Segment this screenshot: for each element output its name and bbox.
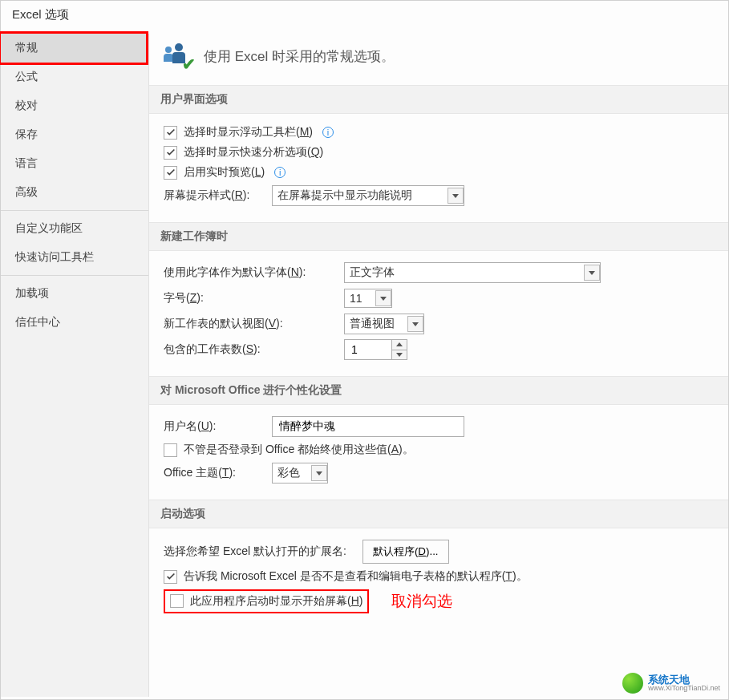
label-default-font: 使用此字体作为默认字体(N):: [164, 265, 344, 280]
dialog-content: 常规 公式 校对 保存 语言 高级 自定义功能区 快速访问工具栏 加载项 信任中…: [1, 34, 728, 697]
input-sheet-count[interactable]: [344, 339, 392, 360]
select-default-view[interactable]: 普通视图: [344, 314, 424, 334]
sidebar: 常规 公式 校对 保存 语言 高级 自定义功能区 快速访问工具栏 加载项 信任中…: [1, 34, 149, 697]
sidebar-item-trust-center[interactable]: 信任中心: [1, 308, 148, 337]
select-font-size[interactable]: 11: [344, 289, 392, 308]
label-quick-analysis: 选择时显示快速分析选项(Q): [184, 145, 323, 160]
people-check-icon: ✔: [164, 42, 192, 71]
checkbox-live-preview[interactable]: [164, 166, 177, 180]
chevron-down-icon: [448, 188, 464, 204]
select-office-theme[interactable]: 彩色: [272, 463, 328, 484]
checkbox-mini-toolbar[interactable]: [164, 126, 177, 140]
spinner-up-button[interactable]: [392, 340, 407, 350]
label-always-use-values: 不管是否登录到 Office 都始终使用这些值(A)。: [184, 443, 414, 457]
input-username[interactable]: [272, 416, 464, 437]
info-icon[interactable]: i: [274, 167, 286, 178]
sidebar-item-proofing[interactable]: 校对: [1, 91, 148, 120]
watermark-logo: 系统天地 www.XiTongTianDi.net: [622, 673, 720, 694]
checkbox-tell-me-default[interactable]: [164, 570, 177, 584]
label-show-start-screen: 此应用程序启动时显示开始屏幕(H): [190, 594, 362, 609]
annotation-outline: 此应用程序启动时显示开始屏幕(H): [164, 589, 369, 613]
label-tell-me-default: 告诉我 Microsoft Excel 是否不是查看和编辑电子表格的默认程序(T…: [184, 569, 528, 584]
checkbox-quick-analysis[interactable]: [164, 146, 177, 160]
sidebar-item-customize-ribbon[interactable]: 自定义功能区: [1, 214, 148, 243]
info-icon[interactable]: i: [322, 127, 334, 138]
section-ui-header: 用户界面选项: [149, 85, 728, 114]
label-sheet-count: 包含的工作表数(S):: [164, 342, 344, 357]
chevron-down-icon: [584, 265, 600, 281]
main-header: ✔ 使用 Excel 时采用的常规选项。: [149, 34, 728, 85]
globe-icon: [622, 673, 643, 694]
main-panel: ✔ 使用 Excel 时采用的常规选项。 用户界面选项 选择时显示浮动工具栏(M…: [149, 34, 728, 697]
sidebar-item-language[interactable]: 语言: [1, 149, 148, 178]
label-live-preview: 启用实时预览(L): [184, 165, 265, 180]
select-screen-tip[interactable]: 在屏幕提示中显示功能说明: [272, 185, 464, 206]
chevron-down-icon: [407, 316, 423, 332]
sidebar-item-advanced[interactable]: 高级: [1, 178, 148, 207]
spinner-down-button[interactable]: [392, 350, 407, 360]
label-font-size: 字号(Z):: [164, 291, 344, 305]
section-startup-header: 启动选项: [149, 500, 728, 528]
sidebar-item-addins[interactable]: 加载项: [1, 279, 148, 308]
sidebar-item-general[interactable]: 常规: [1, 34, 146, 63]
checkbox-always-use-values[interactable]: [164, 443, 177, 457]
label-default-extensions: 选择您希望 Excel 默认打开的扩展名:: [164, 544, 346, 559]
sidebar-item-save[interactable]: 保存: [1, 120, 148, 149]
label-default-view: 新工作表的默认视图(V):: [164, 317, 344, 331]
label-screen-tip: 屏幕提示样式(R):: [164, 188, 272, 203]
default-programs-button[interactable]: 默认程序(D)...: [362, 540, 449, 564]
main-header-title: 使用 Excel 时采用的常规选项。: [204, 47, 395, 66]
sidebar-item-quick-access[interactable]: 快速访问工具栏: [1, 243, 148, 272]
label-username: 用户名(U):: [164, 419, 272, 434]
section-newbook-header: 新建工作簿时: [149, 222, 728, 251]
label-office-theme: Office 主题(T):: [164, 466, 272, 480]
sidebar-item-formulas[interactable]: 公式: [1, 63, 148, 91]
spinner-sheet-count[interactable]: [344, 339, 407, 360]
sidebar-divider: [1, 210, 148, 211]
checkbox-show-start-screen[interactable]: [170, 594, 184, 608]
annotation-text: 取消勾选: [391, 591, 452, 612]
label-mini-toolbar: 选择时显示浮动工具栏(M): [184, 125, 313, 140]
sidebar-divider: [1, 275, 148, 276]
chevron-down-icon: [311, 465, 327, 481]
excel-options-dialog: Excel 选项 常规 公式 校对 保存 语言 高级 自定义功能区 快速访问工具…: [0, 0, 729, 700]
watermark-text: 系统天地 www.XiTongTianDi.net: [648, 674, 720, 692]
window-title: Excel 选项: [1, 1, 728, 34]
select-default-font[interactable]: 正文字体: [344, 262, 601, 283]
section-personalize-header: 对 Microsoft Office 进行个性化设置: [149, 376, 728, 405]
chevron-down-icon: [375, 290, 391, 306]
